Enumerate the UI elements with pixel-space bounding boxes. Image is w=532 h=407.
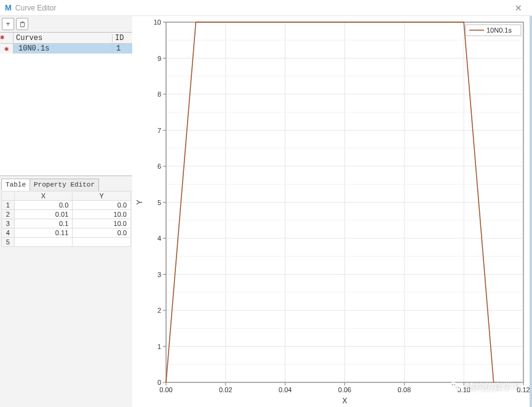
svg-text:4: 4 — [157, 235, 161, 242]
x-column-header: X — [14, 191, 73, 201]
table-row[interactable]: 10.00.0 — [2, 201, 131, 210]
curve-toolbar: + — [0, 16, 132, 32]
svg-text:0.02: 0.02 — [219, 386, 232, 393]
trash-icon — [19, 21, 26, 28]
y-cell[interactable]: 10.0 — [73, 219, 131, 228]
svg-text:0.12: 0.12 — [517, 386, 530, 393]
svg-text:5: 5 — [157, 199, 161, 206]
svg-text:0.00: 0.00 — [159, 386, 172, 393]
svg-text:1: 1 — [157, 343, 161, 350]
svg-text:0.08: 0.08 — [398, 386, 411, 393]
svg-text:0: 0 — [157, 379, 161, 386]
xy-table[interactable]: X Y 10.00.020.0110.030.110.040.110.05 — [1, 191, 131, 247]
row-number: 1 — [2, 201, 15, 210]
svg-text:10: 10 — [154, 18, 161, 26]
left-panel: + ✱ Curves ID ✱ 10N0.1s 1 Table Property… — [0, 16, 132, 407]
scrollbar-right[interactable] — [530, 16, 532, 407]
add-curve-button[interactable]: + — [2, 18, 14, 30]
x-cell[interactable] — [14, 238, 73, 247]
chart-area: 0.000.020.040.060.080.100.12012345678910… — [132, 16, 532, 407]
curve-id: 1 — [113, 44, 132, 53]
close-icon[interactable]: ✕ — [510, 2, 527, 14]
row-number: 2 — [2, 210, 15, 219]
svg-text:10N0.1s: 10N0.1s — [486, 26, 512, 34]
y-cell[interactable] — [73, 238, 131, 247]
content: + ✱ Curves ID ✱ 10N0.1s 1 Table Property… — [0, 16, 532, 407]
curve-row-marker-icon: ✱ — [0, 44, 14, 54]
svg-text:0.06: 0.06 — [338, 386, 351, 393]
titlebar: M Curve Editor ✕ — [0, 0, 532, 16]
svg-text:3: 3 — [157, 271, 161, 278]
x-cell[interactable]: 0.0 — [14, 201, 73, 210]
table-row[interactable]: 30.110.0 — [2, 219, 131, 228]
y-cell[interactable]: 0.0 — [73, 201, 131, 210]
x-cell[interactable]: 0.1 — [14, 219, 73, 228]
curve-name: 10N0.1s — [14, 44, 113, 53]
svg-text:6: 6 — [157, 163, 161, 170]
table-row[interactable]: 5 — [2, 238, 131, 247]
svg-text:2: 2 — [157, 307, 161, 314]
tab-property-editor[interactable]: Property Editor — [30, 179, 99, 191]
curve-marker-icon: ✱ — [0, 33, 14, 43]
svg-text:7: 7 — [157, 127, 161, 134]
delete-curve-button[interactable] — [16, 18, 28, 30]
curve-list[interactable]: ✱ Curves ID ✱ 10N0.1s 1 — [0, 32, 132, 176]
y-cell[interactable]: 0.0 — [73, 228, 131, 238]
svg-text:8: 8 — [157, 91, 161, 98]
tab-table[interactable]: Table — [1, 179, 30, 191]
svg-text:9: 9 — [157, 55, 161, 62]
app-icon: M — [5, 3, 12, 12]
table-row[interactable]: 40.110.0 — [2, 228, 131, 238]
tabs: Table Property Editor — [0, 179, 132, 191]
row-number: 4 — [2, 228, 15, 238]
svg-text:Y: Y — [135, 199, 144, 204]
curve-row[interactable]: ✱ 10N0.1s 1 — [0, 44, 132, 54]
y-column-header: Y — [73, 191, 131, 201]
row-number: 3 — [2, 219, 15, 228]
chart-svg: 0.000.020.040.060.080.100.12012345678910… — [132, 16, 530, 407]
rownum-header — [2, 191, 15, 201]
id-column-header: ID — [113, 34, 132, 42]
row-number: 5 — [2, 238, 15, 247]
x-cell[interactable]: 0.01 — [14, 210, 73, 219]
x-cell[interactable]: 0.11 — [14, 228, 73, 238]
svg-text:0.10: 0.10 — [457, 386, 470, 393]
curve-list-header: ✱ Curves ID — [0, 33, 132, 44]
table-row[interactable]: 20.0110.0 — [2, 210, 131, 219]
curves-column-header: Curves — [14, 34, 113, 42]
window-title: Curve Editor — [15, 4, 57, 12]
svg-text:X: X — [342, 397, 347, 405]
xy-table-body: 10.00.020.0110.030.110.040.110.05 — [2, 201, 131, 247]
y-cell[interactable]: 10.0 — [73, 210, 131, 219]
svg-text:0.04: 0.04 — [279, 386, 292, 393]
